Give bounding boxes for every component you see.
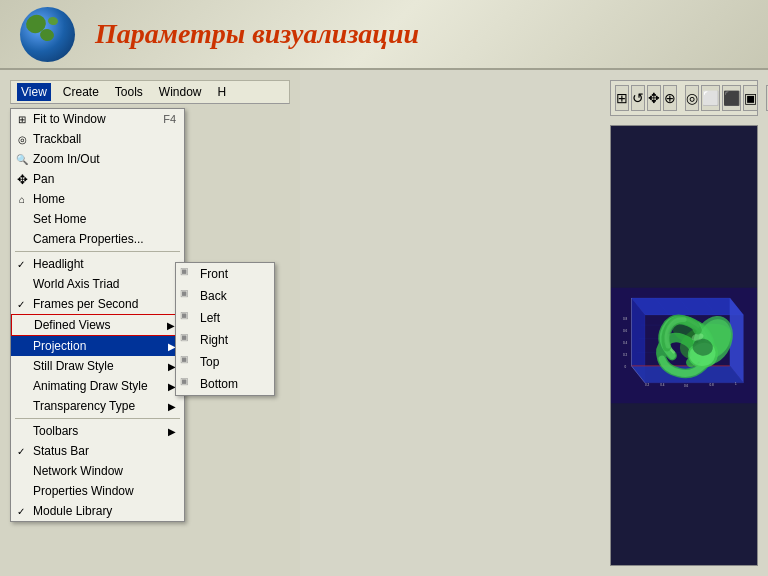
menu-network-window[interactable]: Network Window bbox=[11, 461, 184, 481]
page-title: Параметры визуализации bbox=[95, 18, 419, 50]
trackball-icon: ◎ bbox=[15, 132, 29, 146]
submenu-right[interactable]: ▣ Right bbox=[176, 329, 274, 351]
right-icon: ▣ bbox=[180, 332, 196, 348]
toolbar-btn-select[interactable]: ◎ bbox=[685, 85, 699, 111]
svg-text:0.4: 0.4 bbox=[660, 383, 665, 387]
menu-set-home[interactable]: Set Home bbox=[11, 209, 184, 229]
globe-icon bbox=[20, 7, 75, 62]
svg-text:0.2: 0.2 bbox=[623, 353, 628, 357]
toolbar-btn-box[interactable]: ⬜ bbox=[701, 85, 720, 111]
header: Параметры визуализации bbox=[0, 0, 768, 70]
transparency-arrow: ▶ bbox=[168, 401, 176, 412]
left-icon: ▣ bbox=[180, 310, 196, 326]
menubar-window[interactable]: Window bbox=[155, 83, 206, 101]
menu-transparency-type[interactable]: Transparency Type ▶ bbox=[11, 396, 184, 416]
back-icon: ▣ bbox=[180, 288, 196, 304]
home-icon: ⌂ bbox=[15, 192, 29, 206]
fps-check: ✓ bbox=[17, 299, 25, 310]
pan-icon: ✥ bbox=[15, 172, 29, 186]
front-icon: ▣ bbox=[180, 266, 196, 282]
toolbar-btn-pan[interactable]: ✥ bbox=[647, 85, 661, 111]
defined-views-arrow: ▶ bbox=[167, 320, 175, 331]
separator-1 bbox=[15, 251, 180, 252]
menubar-create[interactable]: Create bbox=[59, 83, 103, 101]
svg-text:0.6: 0.6 bbox=[684, 384, 689, 388]
toolbar-btn-rotate[interactable]: ↺ bbox=[631, 85, 645, 111]
menu-headlight[interactable]: ✓ Headlight bbox=[11, 254, 184, 274]
svg-text:0.2: 0.2 bbox=[645, 383, 650, 387]
toolbar-btn-solid[interactable]: ⬛ bbox=[722, 85, 741, 111]
submenu-views: ▣ Front ▣ Back ▣ Left ▣ Right ▣ Top ▣ Bo… bbox=[175, 262, 275, 396]
menu-fit-to-window[interactable]: ⊞ Fit to Window F4 bbox=[11, 109, 184, 129]
toolbar-btn-wire[interactable]: ▣ bbox=[743, 85, 758, 111]
submenu-front[interactable]: ▣ Front bbox=[176, 263, 274, 285]
submenu-back[interactable]: ▣ Back bbox=[176, 285, 274, 307]
headlight-check: ✓ bbox=[17, 259, 25, 270]
menu-animating-draw-style[interactable]: Animating Draw Style ▶ bbox=[11, 376, 184, 396]
menubar-view[interactable]: View bbox=[17, 83, 51, 101]
toolbar-btn-zoom[interactable]: ⊕ bbox=[663, 85, 677, 111]
viz-svg: 1 0.8 0.6 0.4 0.2 0 0.2 0.4 0.6 0.8 bbox=[611, 126, 757, 565]
svg-text:0: 0 bbox=[625, 365, 627, 369]
svg-text:0.8: 0.8 bbox=[623, 317, 628, 321]
right-panel: ⊞ ↺ ✥ ⊕ ◎ ⬜ ⬛ ▣ ⊡ ⊟ bbox=[300, 70, 768, 576]
menu-properties-window[interactable]: Properties Window bbox=[11, 481, 184, 501]
fit-icon: ⊞ bbox=[15, 112, 29, 126]
menu-frames-per-second[interactable]: ✓ Frames per Second bbox=[11, 294, 184, 314]
menu-pan[interactable]: ✥ Pan bbox=[11, 169, 184, 189]
zoom-icon: 🔍 bbox=[15, 152, 29, 166]
dropdown-menu: ⊞ Fit to Window F4 ◎ Trackball 🔍 Zoom In… bbox=[10, 108, 185, 522]
menu-home[interactable]: ⌂ Home bbox=[11, 189, 184, 209]
submenu-top[interactable]: ▣ Top bbox=[176, 351, 274, 373]
svg-text:1: 1 bbox=[735, 382, 737, 386]
menu-projection[interactable]: Projection ▶ bbox=[11, 336, 184, 356]
menu-trackball[interactable]: ◎ Trackball bbox=[11, 129, 184, 149]
menubar-h[interactable]: H bbox=[214, 83, 231, 101]
menubar-tools[interactable]: Tools bbox=[111, 83, 147, 101]
submenu-bottom[interactable]: ▣ Bottom bbox=[176, 373, 274, 395]
toolbar-btn-fit[interactable]: ⊞ bbox=[615, 85, 629, 111]
menu-world-axis-triad[interactable]: World Axis Triad bbox=[11, 274, 184, 294]
bottom-icon: ▣ bbox=[180, 376, 196, 392]
svg-text:0.6: 0.6 bbox=[623, 329, 628, 333]
status-bar-check: ✓ bbox=[17, 446, 25, 457]
left-panel: View Create Tools Window H ⊞ Fit to Wind… bbox=[0, 70, 300, 576]
viz-area: 1 0.8 0.6 0.4 0.2 0 0.2 0.4 0.6 0.8 bbox=[610, 125, 758, 566]
menu-status-bar[interactable]: ✓ Status Bar bbox=[11, 441, 184, 461]
menu-still-draw-style[interactable]: Still Draw Style ▶ bbox=[11, 356, 184, 376]
module-library-check: ✓ bbox=[17, 506, 25, 517]
top-icon: ▣ bbox=[180, 354, 196, 370]
toolbar: ⊞ ↺ ✥ ⊕ ◎ ⬜ ⬛ ▣ ⊡ ⊟ bbox=[610, 80, 758, 116]
menu-bar: View Create Tools Window H bbox=[10, 80, 290, 104]
menu-zoom[interactable]: 🔍 Zoom In/Out bbox=[11, 149, 184, 169]
main-area: View Create Tools Window H ⊞ Fit to Wind… bbox=[0, 70, 768, 576]
svg-text:0.8: 0.8 bbox=[709, 383, 714, 387]
menu-camera-properties[interactable]: Camera Properties... bbox=[11, 229, 184, 249]
submenu-left[interactable]: ▣ Left bbox=[176, 307, 274, 329]
menu-defined-views[interactable]: Defined Views ▶ bbox=[11, 314, 184, 336]
separator-2 bbox=[15, 418, 180, 419]
menu-module-library[interactable]: ✓ Module Library bbox=[11, 501, 184, 521]
menu-toolbars[interactable]: Toolbars ▶ bbox=[11, 421, 184, 441]
svg-text:0.4: 0.4 bbox=[623, 341, 628, 345]
svg-marker-1 bbox=[631, 298, 743, 315]
toolbars-arrow: ▶ bbox=[168, 426, 176, 437]
